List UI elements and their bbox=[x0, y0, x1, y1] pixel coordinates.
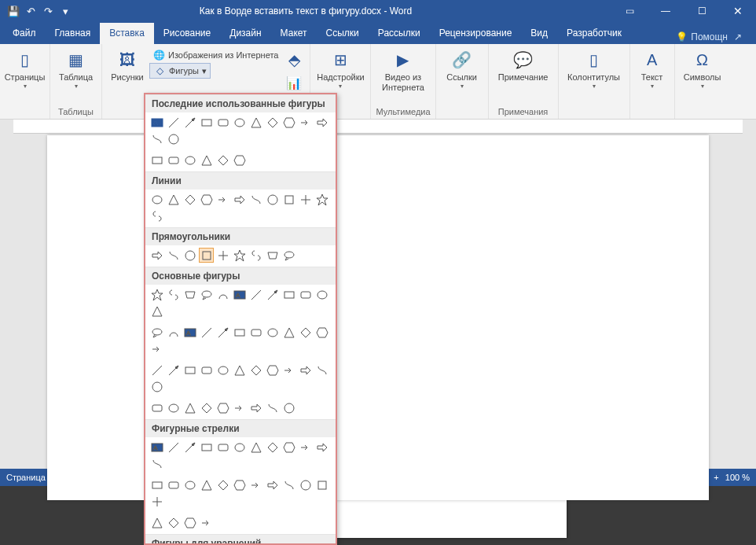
shape-item[interactable] bbox=[182, 287, 197, 302]
shape-item[interactable] bbox=[149, 131, 164, 146]
shape-item[interactable] bbox=[149, 379, 164, 394]
tab-рассылки[interactable]: Рассылки bbox=[369, 23, 430, 44]
tab-дизайн[interactable]: Дизайн bbox=[220, 23, 270, 44]
shape-item[interactable] bbox=[215, 115, 230, 130]
shape-item[interactable] bbox=[149, 515, 164, 530]
shape-item[interactable] bbox=[265, 115, 280, 130]
shape-item[interactable] bbox=[199, 248, 214, 263]
shape-item[interactable] bbox=[232, 440, 247, 455]
shape-item[interactable] bbox=[166, 192, 181, 207]
shape-item[interactable] bbox=[215, 287, 230, 302]
shape-item[interactable] bbox=[298, 325, 313, 340]
shape-item[interactable] bbox=[314, 325, 329, 340]
shape-item[interactable] bbox=[149, 456, 164, 471]
shape-item[interactable] bbox=[149, 494, 164, 509]
shape-item[interactable] bbox=[265, 192, 280, 207]
shape-item[interactable] bbox=[182, 400, 197, 415]
shape-item[interactable] bbox=[199, 153, 214, 168]
tab-вставка[interactable]: Вставка bbox=[100, 23, 154, 44]
shape-item[interactable] bbox=[248, 192, 263, 207]
shape-item[interactable] bbox=[314, 115, 329, 130]
comment-button[interactable]: 💬 Примечание bbox=[494, 47, 553, 84]
shape-item[interactable] bbox=[265, 325, 280, 340]
shape-item[interactable] bbox=[298, 287, 313, 302]
table-button[interactable]: ▦ Таблица ▾ bbox=[53, 47, 100, 92]
shape-item[interactable] bbox=[182, 248, 197, 263]
shape-item[interactable] bbox=[281, 192, 296, 207]
shape-item[interactable] bbox=[314, 192, 329, 207]
shape-item[interactable] bbox=[248, 477, 263, 492]
shape-item[interactable] bbox=[166, 400, 181, 415]
shape-item[interactable] bbox=[182, 477, 197, 492]
shape-item[interactable] bbox=[199, 115, 214, 130]
shape-item[interactable] bbox=[199, 477, 214, 492]
shape-item[interactable] bbox=[232, 363, 247, 377]
shape-item[interactable] bbox=[182, 153, 197, 168]
shape-item[interactable] bbox=[149, 363, 164, 377]
shape-item[interactable] bbox=[281, 400, 296, 415]
shape-item[interactable] bbox=[215, 153, 230, 168]
shape-item[interactable] bbox=[215, 440, 230, 455]
shape-item[interactable] bbox=[232, 325, 247, 340]
ruler[interactable] bbox=[13, 120, 743, 134]
zoom-level[interactable]: 100 % bbox=[725, 473, 750, 482]
shape-item[interactable] bbox=[149, 325, 164, 340]
shape-item[interactable] bbox=[248, 400, 263, 415]
shape-item[interactable] bbox=[166, 287, 181, 302]
shape-item[interactable] bbox=[265, 440, 280, 455]
shape-item[interactable] bbox=[182, 440, 197, 455]
shape-item[interactable] bbox=[265, 287, 280, 302]
shape-item[interactable] bbox=[215, 248, 230, 263]
shape-item[interactable] bbox=[281, 248, 296, 263]
shape-item[interactable] bbox=[281, 287, 296, 302]
shape-item[interactable] bbox=[215, 477, 230, 492]
redo-icon[interactable]: ↷ bbox=[41, 4, 55, 18]
shape-item[interactable] bbox=[265, 248, 280, 263]
shape-item[interactable]: A bbox=[182, 325, 197, 340]
shape-item[interactable] bbox=[166, 477, 181, 492]
shape-item[interactable] bbox=[281, 325, 296, 340]
shape-item[interactable] bbox=[166, 440, 181, 455]
shape-item[interactable] bbox=[248, 363, 263, 377]
shape-item[interactable] bbox=[298, 363, 313, 377]
shape-item[interactable] bbox=[149, 341, 164, 356]
tab-рисование[interactable]: Рисование bbox=[154, 23, 220, 44]
shape-item[interactable] bbox=[215, 363, 230, 377]
shape-item[interactable] bbox=[199, 363, 214, 377]
smartart-chart-button[interactable]: ⬘ 📊 bbox=[283, 47, 305, 98]
shape-item[interactable] bbox=[232, 153, 247, 168]
shape-item[interactable] bbox=[314, 477, 329, 492]
shape-item[interactable] bbox=[232, 192, 247, 207]
help-tell-me[interactable]: 💡 Помощн ↗ bbox=[668, 30, 753, 44]
shape-item[interactable] bbox=[265, 400, 280, 415]
shape-item[interactable] bbox=[281, 477, 296, 492]
shape-item[interactable] bbox=[314, 440, 329, 455]
tab-ссылки[interactable]: Ссылки bbox=[317, 23, 369, 44]
pictures-button[interactable]: 🖼 Рисунки bbox=[107, 47, 148, 84]
shapes-button[interactable]: ◇ Фигуры ▾ bbox=[149, 63, 211, 79]
shape-item[interactable] bbox=[182, 192, 197, 207]
shape-item[interactable] bbox=[265, 477, 280, 492]
shape-item[interactable] bbox=[281, 363, 296, 377]
shapes-gallery[interactable]: Последние использованные фигурыAЛинииПря… bbox=[144, 93, 337, 545]
shape-item[interactable] bbox=[281, 115, 296, 130]
headers-button[interactable]: ▯ Колонтитулы▾ bbox=[563, 47, 625, 92]
tab-макет[interactable]: Макет bbox=[271, 23, 317, 44]
share-icon[interactable]: ↗ bbox=[731, 30, 745, 44]
shape-item[interactable] bbox=[182, 115, 197, 130]
shape-item[interactable] bbox=[182, 515, 197, 530]
undo-icon[interactable]: ↶ bbox=[24, 4, 38, 18]
shape-item[interactable] bbox=[182, 363, 197, 377]
shape-item[interactable]: A bbox=[232, 287, 247, 302]
tab-вид[interactable]: Вид bbox=[521, 23, 557, 44]
tab-разработчик[interactable]: Разработчик bbox=[557, 23, 631, 44]
shape-item[interactable] bbox=[298, 440, 313, 455]
links-button[interactable]: 🔗 Ссылки▾ bbox=[441, 47, 483, 92]
tab-главная[interactable]: Главная bbox=[46, 23, 101, 44]
shape-item[interactable] bbox=[166, 153, 181, 168]
shape-item[interactable] bbox=[215, 325, 230, 340]
shape-item[interactable] bbox=[265, 363, 280, 377]
shape-item[interactable] bbox=[149, 208, 164, 223]
maximize-icon[interactable]: ☐ bbox=[684, 0, 720, 22]
shape-item[interactable] bbox=[298, 192, 313, 207]
